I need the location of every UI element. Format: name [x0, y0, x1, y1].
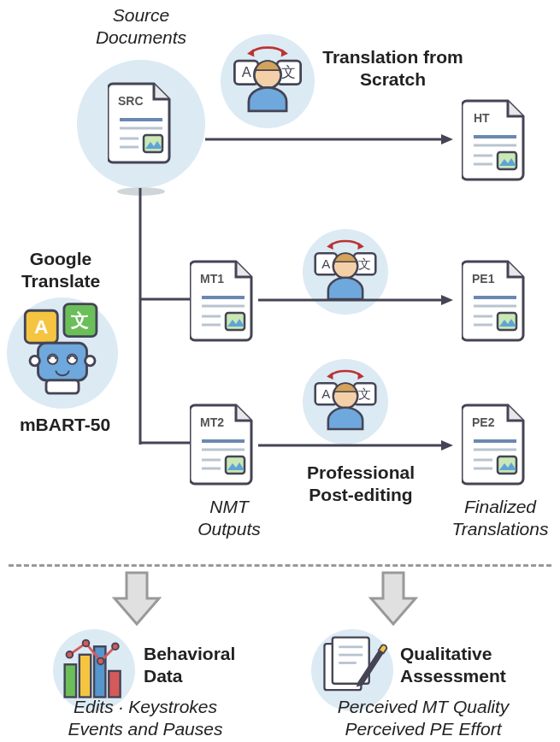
svg-rect-29	[46, 380, 79, 393]
svg-rect-19	[498, 152, 516, 169]
svg-marker-6	[247, 49, 254, 56]
separator-dash	[9, 564, 551, 567]
mt2-doc-icon: MT2	[190, 403, 256, 486]
svg-rect-69	[80, 655, 91, 698]
svg-point-28	[85, 356, 95, 365]
svg-marker-43	[441, 295, 453, 305]
edits-keystrokes-label: Edits · Keystrokes Events and Pauses	[51, 696, 239, 741]
svg-rect-53	[226, 456, 245, 474]
svg-rect-34	[226, 313, 245, 330]
behavioral-icon	[58, 636, 132, 703]
svg-point-74	[97, 658, 104, 665]
source-documents-label: Source Documents	[81, 4, 201, 50]
ht-doc-icon: HT	[462, 99, 528, 181]
arrow-mt2-pe2	[258, 439, 453, 451]
pe2-doc-icon: PE2	[462, 403, 528, 486]
qualitative-assessment-label: Qualitative Assessment	[400, 643, 528, 688]
mt1-doc-icon: MT1	[190, 260, 256, 342]
svg-marker-14	[441, 134, 453, 144]
behavioral-data-label: Behavioral Data	[144, 643, 255, 688]
svg-rect-48	[498, 313, 516, 330]
svg-text:文: 文	[70, 310, 89, 330]
svg-rect-4	[144, 135, 162, 152]
robot-icon: A 文	[14, 297, 111, 395]
ht-doc-label: HT	[474, 111, 490, 125]
svg-text:文: 文	[281, 64, 296, 80]
google-translate-label: Google Translate	[5, 248, 116, 293]
svg-point-72	[67, 651, 74, 658]
pe2-doc-label: PE2	[472, 415, 494, 429]
svg-marker-35	[327, 243, 333, 250]
mt1-doc-label: MT1	[200, 272, 224, 286]
svg-text:A: A	[34, 315, 48, 338]
translation-from-scratch-label: Translation from Scratch	[322, 46, 463, 91]
svg-rect-67	[498, 456, 516, 474]
svg-text:A: A	[242, 64, 251, 80]
src-doc-label: SRC	[118, 94, 144, 108]
svg-point-27	[30, 356, 39, 365]
translator-icon-bottom: A 文	[303, 359, 388, 445]
svg-rect-68	[65, 664, 76, 697]
professional-postediting-label: Professional Post-editing	[292, 462, 429, 507]
svg-marker-7	[281, 49, 288, 56]
mbart50-label: mBART-50	[17, 414, 113, 436]
svg-point-73	[83, 640, 90, 647]
pe1-doc-label: PE1	[472, 272, 494, 286]
svg-marker-36	[357, 243, 364, 250]
arrow-src-ht	[205, 133, 453, 145]
src-doc-icon: SRC	[108, 82, 174, 164]
svg-point-75	[112, 643, 119, 650]
svg-text:文: 文	[358, 256, 371, 271]
pe1-doc-icon: PE1	[462, 260, 528, 342]
finalized-translations-label: Finalized Translations	[445, 496, 556, 541]
svg-marker-54	[327, 373, 333, 380]
mt2-doc-label: MT2	[200, 415, 224, 429]
svg-marker-62	[441, 440, 453, 450]
nmt-outputs-label: NMT Outputs	[186, 496, 272, 541]
src-downlines	[137, 188, 197, 453]
translator-icon-top: A 文	[221, 34, 315, 128]
big-arrow-right	[368, 571, 419, 626]
svg-text:A: A	[321, 256, 331, 271]
svg-text:A: A	[321, 386, 331, 401]
svg-marker-55	[357, 373, 364, 380]
svg-rect-71	[109, 671, 120, 698]
svg-text:文: 文	[358, 386, 371, 401]
perceived-label: Perceived MT Quality Perceived PE Effort	[316, 696, 530, 741]
qualitative-icon	[318, 633, 390, 704]
big-arrow-left	[111, 571, 162, 626]
arrow-mt1-pe1	[258, 294, 453, 306]
